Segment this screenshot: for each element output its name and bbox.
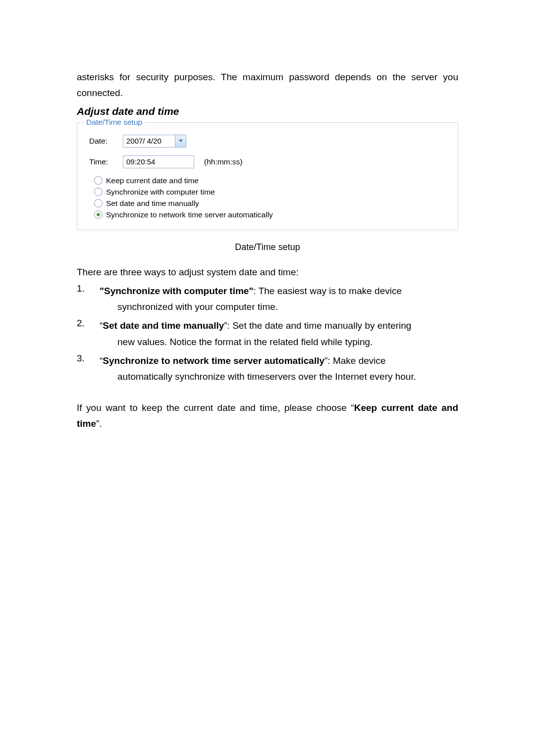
chevron-down-icon <box>179 140 183 142</box>
list-item: 3. “Synchronize to network time server a… <box>77 353 458 385</box>
item2-bold: Set date and time manually <box>103 320 224 331</box>
fieldset-legend: Date/Time setup <box>84 118 144 127</box>
date-time-fieldset: Date/Time setup Date: Time: (hh:mm:ss) K… <box>77 122 458 230</box>
section-heading: Adjust date and time <box>77 105 458 117</box>
closing-post: ”. <box>96 418 102 429</box>
intro-paragraph: asterisks for security purposes. The max… <box>77 69 458 101</box>
item3-text: ”: Make device <box>324 355 386 366</box>
item2-text: ”: Set the date and time manually by ent… <box>224 320 411 331</box>
time-row: Time: (hh:mm:ss) <box>86 155 449 168</box>
radio-icon <box>94 176 103 185</box>
date-dropdown-button[interactable] <box>175 135 186 148</box>
closing-paragraph: If you want to keep the current date and… <box>77 400 458 432</box>
radio-icon <box>94 188 103 196</box>
date-row: Date: <box>86 135 449 148</box>
radio-set-manually[interactable]: Set date and time manually <box>94 199 449 208</box>
closing-pre: If you want to keep the current date and… <box>77 403 354 413</box>
item3-bold: Synchronize to network time server autom… <box>103 355 324 366</box>
time-label: Time: <box>89 157 119 166</box>
list-marker: 2. <box>77 318 100 350</box>
list-marker: 3. <box>77 353 100 385</box>
item3-line2: automatically synchronize with timeserve… <box>100 369 416 385</box>
numbered-list: 1. "Synchronize with computer time": The… <box>77 283 458 385</box>
figure-caption: Date/Time setup <box>77 242 458 252</box>
item1-text: : The easiest way is to make device <box>253 286 402 296</box>
radio-selected-icon <box>97 213 100 216</box>
item1-line2: synchronized with your computer time. <box>100 299 402 315</box>
radio-label: Synchronize with computer time <box>106 188 215 197</box>
list-intro: There are three ways to adjust system da… <box>77 264 458 280</box>
radio-sync-computer[interactable]: Synchronize with computer time <box>94 188 449 197</box>
radio-keep-current[interactable]: Keep current date and time <box>94 176 449 185</box>
date-label: Date: <box>89 137 119 146</box>
list-item: 2. “Set date and time manually”: Set the… <box>77 318 458 350</box>
list-item: 1. "Synchronize with computer time": The… <box>77 283 458 315</box>
radio-icon <box>94 210 103 219</box>
time-input[interactable] <box>123 155 194 168</box>
radio-icon <box>94 199 103 207</box>
time-format-hint: (hh:mm:ss) <box>204 157 243 166</box>
radio-label: Set date and time manually <box>106 199 199 208</box>
radio-label: Synchronize to network time server autom… <box>106 210 273 219</box>
item2-line2: new values. Notice the format in the rel… <box>100 334 411 350</box>
date-input[interactable] <box>123 135 175 148</box>
item1-bold: "Synchronize with computer time" <box>100 286 253 296</box>
radio-label: Keep current date and time <box>106 176 199 185</box>
radio-sync-network[interactable]: Synchronize to network time server autom… <box>94 210 449 219</box>
list-marker: 1. <box>77 283 100 315</box>
